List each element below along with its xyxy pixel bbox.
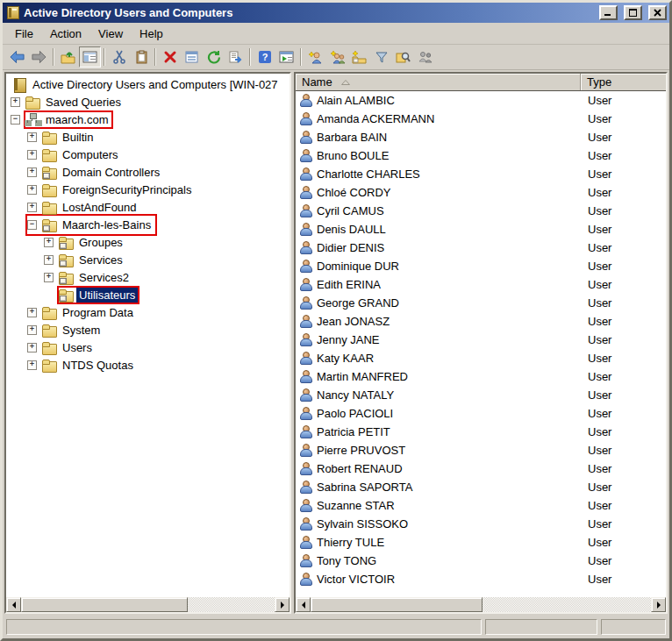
list-item[interactable]: Didier DENIS User bbox=[296, 239, 666, 257]
list-item[interactable]: Victor VICTOIR User bbox=[296, 570, 666, 588]
up-one-level-button[interactable] bbox=[57, 46, 79, 68]
new-group-button[interactable] bbox=[326, 46, 348, 68]
tree-item[interactable]: + NTDS Quotas bbox=[6, 356, 290, 374]
list-item[interactable]: Amanda ACKERMANN User bbox=[296, 110, 666, 128]
tree-toggle[interactable]: + bbox=[44, 273, 54, 282]
tree-item-label[interactable]: System bbox=[60, 323, 103, 338]
tree-item-label[interactable]: Program Data bbox=[60, 305, 136, 320]
tree-toggle[interactable]: + bbox=[44, 255, 54, 265]
close-button[interactable] bbox=[648, 5, 667, 20]
delete-button[interactable] bbox=[159, 46, 181, 68]
scroll-left-button[interactable] bbox=[6, 597, 21, 612]
tree-item-label[interactable]: Computers bbox=[60, 147, 121, 162]
tree-toggle[interactable]: + bbox=[27, 185, 37, 195]
tree-item-label[interactable]: Services2 bbox=[76, 270, 132, 285]
column-header-name[interactable]: Name bbox=[296, 74, 581, 90]
list-item[interactable]: Charlotte CHARLES User bbox=[296, 165, 666, 183]
list-item[interactable]: Paolo PACIOLI User bbox=[296, 404, 666, 423]
list-item[interactable]: Thierry TULE User bbox=[296, 533, 666, 552]
forward-button[interactable] bbox=[28, 46, 50, 68]
tree-item-label[interactable]: Users bbox=[60, 340, 95, 355]
scroll-left-button[interactable] bbox=[296, 597, 311, 612]
refresh-button[interactable] bbox=[203, 46, 225, 68]
tree-toggle[interactable]: + bbox=[27, 167, 37, 177]
tree-item-label[interactable]: Builtin bbox=[60, 130, 96, 145]
list-item[interactable]: Katy KAAR User bbox=[296, 349, 666, 367]
tree-toggle[interactable]: + bbox=[27, 203, 37, 212]
help-button[interactable]: ? bbox=[254, 46, 275, 68]
tree-item-label[interactable]: Utilisateurs bbox=[76, 288, 138, 303]
tree-toggle[interactable]: + bbox=[27, 132, 37, 142]
tree-item-label[interactable]: Services bbox=[76, 253, 125, 267]
new-user-button[interactable] bbox=[304, 46, 326, 68]
tree-item-label[interactable]: ForeignSecurityPrincipals bbox=[60, 182, 194, 197]
list-item[interactable]: Patricia PETIT User bbox=[296, 423, 666, 441]
tree-toggle[interactable]: − bbox=[11, 115, 20, 125]
maximize-button[interactable] bbox=[624, 5, 642, 20]
column-header-type[interactable]: Type bbox=[581, 74, 667, 90]
tree-item-label[interactable]: Domain Controllers bbox=[60, 165, 162, 180]
tree-toggle[interactable]: + bbox=[27, 325, 37, 335]
tree-item-label[interactable]: Saved Queries bbox=[43, 95, 124, 110]
list-item[interactable]: Sylvain SISSOKO User bbox=[296, 515, 666, 533]
tree-toggle[interactable]: + bbox=[11, 97, 20, 107]
list-item[interactable]: Jenny JANE User bbox=[296, 331, 666, 349]
list-item[interactable]: Chloé CORDY User bbox=[296, 183, 666, 202]
list-item[interactable]: Alain ALAMBIC User bbox=[296, 91, 666, 110]
properties-button[interactable] bbox=[181, 46, 203, 68]
tree-item[interactable]: + Builtin bbox=[6, 128, 290, 146]
tree-item[interactable]: + Users bbox=[6, 338, 290, 356]
paste-button[interactable] bbox=[130, 46, 152, 68]
back-button[interactable] bbox=[6, 46, 28, 68]
list-item[interactable]: Tony TONG User bbox=[296, 552, 666, 570]
list-item[interactable]: Denis DAULL User bbox=[296, 220, 666, 239]
tree-toggle[interactable]: + bbox=[27, 343, 37, 353]
menu-action[interactable]: Action bbox=[42, 24, 90, 44]
tree-item[interactable]: + Program Data bbox=[6, 303, 290, 321]
tree-toggle[interactable]: − bbox=[27, 220, 37, 230]
list-item[interactable]: Robert RENAUD User bbox=[296, 459, 666, 478]
menu-view[interactable]: View bbox=[90, 24, 132, 44]
list-item[interactable]: Bruno BOULE User bbox=[296, 146, 666, 165]
tree-item[interactable]: − Maarch-les-Bains bbox=[6, 216, 290, 233]
list-item[interactable]: Martin MANFRED User bbox=[296, 367, 666, 386]
tree-item-label[interactable]: LostAndFound bbox=[60, 200, 139, 215]
export-list-button[interactable] bbox=[225, 46, 247, 68]
list-item[interactable]: George GRAND User bbox=[296, 294, 666, 312]
delegate-control-button[interactable] bbox=[414, 46, 436, 68]
tree-item[interactable]: + System bbox=[6, 321, 290, 338]
tree-toggle[interactable]: + bbox=[27, 308, 37, 317]
tree-item-label[interactable]: maarch.com bbox=[43, 112, 111, 127]
scrollbar-track[interactable] bbox=[188, 597, 275, 612]
tree-toggle[interactable]: + bbox=[27, 150, 37, 160]
cut-button[interactable] bbox=[108, 46, 130, 68]
scrollbar-track[interactable] bbox=[483, 597, 651, 612]
scrollbar-thumb[interactable] bbox=[21, 597, 188, 612]
tree-toggle[interactable]: + bbox=[44, 238, 54, 247]
tree-item-label[interactable]: Maarch-les-Bains bbox=[60, 217, 154, 232]
tree-item-label[interactable]: Groupes bbox=[76, 235, 125, 250]
tree-toggle[interactable]: + bbox=[27, 360, 37, 370]
scrollbar-thumb[interactable] bbox=[311, 597, 483, 612]
new-organizational-unit-button[interactable] bbox=[348, 46, 370, 68]
title-bar[interactable]: Active Directory Users and Computers bbox=[3, 3, 669, 23]
minimize-button[interactable] bbox=[599, 5, 618, 20]
tree-horizontal-scrollbar[interactable] bbox=[6, 597, 290, 612]
menu-help[interactable]: Help bbox=[132, 24, 172, 44]
find-button[interactable] bbox=[392, 46, 414, 68]
scroll-right-button[interactable] bbox=[275, 597, 290, 612]
show-console-tree-button[interactable] bbox=[79, 46, 101, 68]
menu-file[interactable]: File bbox=[7, 24, 42, 44]
list-item[interactable]: Barbara BAIN User bbox=[296, 128, 666, 146]
list-item[interactable]: Pierre PRUVOST User bbox=[296, 441, 666, 459]
set-filter-button[interactable] bbox=[370, 46, 392, 68]
tree-item-label[interactable]: NTDS Quotas bbox=[60, 358, 136, 373]
list-item[interactable]: Dominique DUR User bbox=[296, 257, 666, 275]
scroll-right-button[interactable] bbox=[651, 597, 666, 612]
show-window-button[interactable] bbox=[275, 46, 297, 68]
list-item[interactable]: Jean JONASZ User bbox=[296, 312, 666, 331]
list-item[interactable]: Suzanne STAR User bbox=[296, 496, 666, 515]
tree-item-label[interactable]: Active Directory Users and Computers [WI… bbox=[30, 77, 281, 92]
tree-item[interactable]: + ForeignSecurityPrincipals bbox=[6, 181, 290, 198]
list-item[interactable]: Edith ERINA User bbox=[296, 275, 666, 294]
